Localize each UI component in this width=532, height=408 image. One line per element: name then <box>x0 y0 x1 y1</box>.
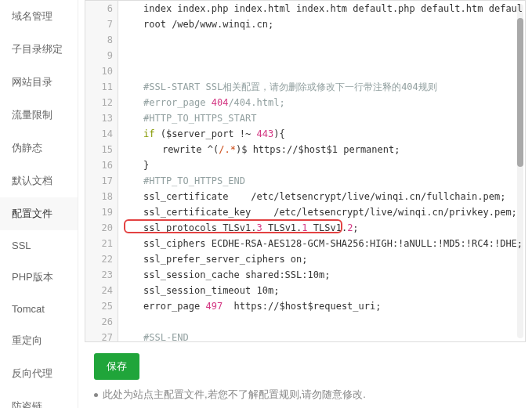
line-number: 27 <box>85 330 113 341</box>
scrollbar-thumb[interactable] <box>517 18 523 167</box>
line-number: 21 <box>85 236 113 251</box>
sidebar-item-0[interactable]: 域名管理 <box>0 0 78 33</box>
sidebar-item-1[interactable]: 子目录绑定 <box>0 33 78 66</box>
code-line[interactable]: } <box>125 157 525 173</box>
sidebar-item-7[interactable]: SSL <box>0 230 78 261</box>
line-number: 12 <box>85 95 113 110</box>
line-number: 17 <box>85 173 113 189</box>
save-button[interactable]: 保存 <box>94 353 139 380</box>
code-area[interactable]: index index.php index.html index.htm def… <box>118 1 525 341</box>
line-number: 13 <box>85 110 113 126</box>
sidebar-item-6[interactable]: 配置文件 <box>0 197 78 230</box>
code-line[interactable]: #SSL-END <box>125 330 525 341</box>
line-number: 23 <box>85 267 113 283</box>
sidebar-item-5[interactable]: 默认文档 <box>0 164 78 197</box>
sidebar: 域名管理子目录绑定网站目录流量限制伪静态默认文档配置文件SSLPHP版本Tomc… <box>0 0 78 408</box>
line-number: 25 <box>85 298 113 314</box>
code-line[interactable]: ssl_prefer_server_ciphers on; <box>125 251 525 267</box>
line-number: 9 <box>85 48 113 63</box>
main-panel: 6789101112131415161718192021222324252627… <box>78 0 532 408</box>
code-line[interactable]: ssl_session_cache shared:SSL:10m; <box>125 267 525 283</box>
line-number: 10 <box>85 63 113 79</box>
sidebar-item-9[interactable]: Tomcat <box>0 294 78 324</box>
code-line[interactable] <box>125 63 525 79</box>
sidebar-item-4[interactable]: 伪静态 <box>0 132 78 164</box>
line-number: 11 <box>85 79 113 95</box>
code-line[interactable]: ssl_protocols TLSv1.3 TLSv1.1 TLSv1.2; <box>125 220 525 236</box>
code-line[interactable]: ssl_ciphers ECDHE-RSA-AES128-GCM-SHA256:… <box>125 236 525 251</box>
line-number: 24 <box>85 283 113 298</box>
sidebar-item-12[interactable]: 防盗链 <box>0 390 78 408</box>
hint-row: 此处为站点主配置文件,若您不了解配置规则,请勿随意修改. <box>85 388 526 402</box>
line-number: 18 <box>85 189 113 204</box>
code-line[interactable]: error_page 497 https://$host$request_uri… <box>125 298 525 314</box>
code-line[interactable]: ssl_certificate /etc/letsencrypt/live/wi… <box>125 189 525 204</box>
hint-text: 此处为站点主配置文件,若您不了解配置规则,请勿随意修改. <box>103 388 366 402</box>
code-line[interactable]: if ($server_port !~ 443){ <box>125 126 525 142</box>
code-line[interactable]: #HTTP_TO_HTTPS_START <box>125 110 525 126</box>
sidebar-item-8[interactable]: PHP版本 <box>0 261 78 294</box>
line-number: 20 <box>85 220 113 236</box>
scrollbar[interactable] <box>517 4 523 338</box>
code-line[interactable]: rewrite ^(/.*)$ https://$host$1 permanen… <box>125 142 525 157</box>
sidebar-item-10[interactable]: 重定向 <box>0 324 78 357</box>
code-line[interactable] <box>125 32 525 48</box>
bullet-icon <box>94 393 98 397</box>
code-line[interactable]: ssl_certificate_key /etc/letsencrypt/liv… <box>125 204 525 220</box>
code-line[interactable]: index index.php index.html index.htm def… <box>125 1 525 16</box>
line-number: 22 <box>85 251 113 267</box>
line-gutter: 6789101112131415161718192021222324252627… <box>85 1 118 341</box>
sidebar-item-2[interactable]: 网站目录 <box>0 66 78 99</box>
code-line[interactable] <box>125 314 525 330</box>
line-number: 14 <box>85 126 113 142</box>
code-line[interactable]: ssl_session_timeout 10m; <box>125 283 525 298</box>
line-number: 6 <box>85 1 113 16</box>
line-number: 8 <box>85 32 113 48</box>
config-editor[interactable]: 6789101112131415161718192021222324252627… <box>85 0 526 342</box>
code-line[interactable]: #SSL-START SSL相关配置，请勿删除或修改下一行带注释的404规则 <box>125 79 525 95</box>
line-number: 19 <box>85 204 113 220</box>
code-line[interactable] <box>125 48 525 63</box>
line-number: 16 <box>85 157 113 173</box>
code-line[interactable]: #HTTP_TO_HTTPS_END <box>125 173 525 189</box>
line-number: 15 <box>85 142 113 157</box>
sidebar-item-3[interactable]: 流量限制 <box>0 99 78 132</box>
code-line[interactable]: #error_page 404/404.html; <box>125 95 525 110</box>
line-number: 7 <box>85 16 113 32</box>
sidebar-item-11[interactable]: 反向代理 <box>0 357 78 390</box>
code-line[interactable]: root /web/www.winqi.cn; <box>125 16 525 32</box>
line-number: 26 <box>85 314 113 330</box>
